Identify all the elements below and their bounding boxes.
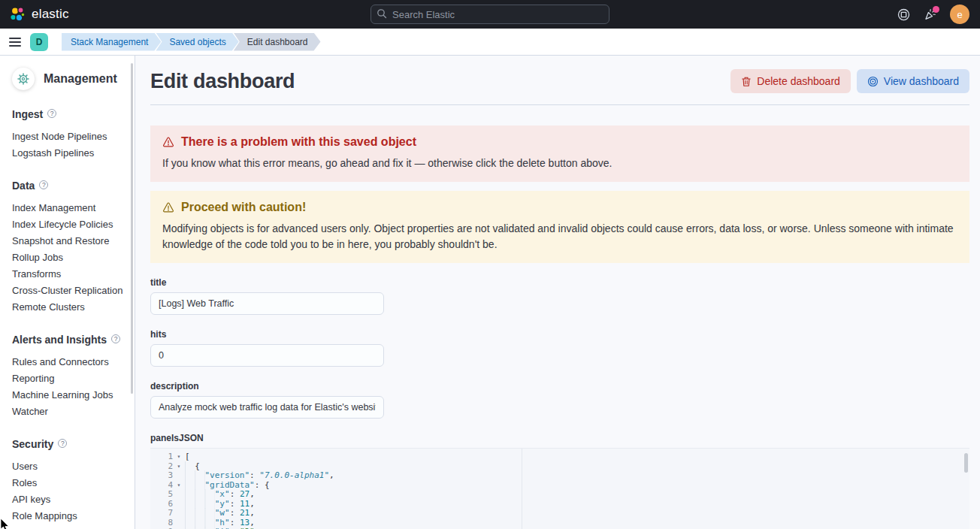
sidebar-section: Data ? Index ManagementIndex Lifecycle P… [12, 180, 129, 316]
form-field: description [150, 381, 969, 419]
error-callout-body: If you know what this error means, go ah… [162, 156, 957, 171]
editor-line: 3 "version": "7.0.0-alpha1", [150, 471, 969, 481]
fold-arrow-icon[interactable]: ▾ [173, 452, 185, 462]
warning-icon [162, 136, 174, 148]
notification-dot [933, 6, 939, 13]
breadcrumb-item[interactable]: Stack Management [62, 33, 161, 51]
fold-arrow-icon[interactable]: ▾ [173, 481, 185, 491]
sidebar-item[interactable]: Transforms [12, 266, 129, 283]
user-avatar[interactable]: e [950, 5, 969, 24]
page-title: Edit dashboard [150, 70, 295, 93]
sidebar-item[interactable]: Users [12, 458, 129, 475]
search-input[interactable] [371, 5, 609, 24]
sidebar-section: Ingest ? Ingest Node PipelinesLogstash P… [12, 108, 129, 162]
sidebar-section-heading: Security ? [12, 438, 129, 450]
sidebar-item[interactable]: Ingest Node Pipelines [12, 128, 129, 145]
sidebar-section-heading: Ingest ? [12, 108, 129, 120]
field-input[interactable] [150, 344, 384, 367]
fold-arrow-icon[interactable] [173, 471, 185, 481]
sidebar-scrollbar[interactable] [131, 63, 133, 394]
management-app-icon [12, 68, 35, 90]
newsfeed-icon[interactable] [924, 8, 936, 21]
global-search [371, 5, 609, 24]
brand-name: elastic [32, 7, 69, 22]
field-label: hits [150, 329, 969, 340]
sidebar-item[interactable]: Snapshot and Restore [12, 233, 129, 249]
editor-line: 1 ▾ [ [150, 452, 969, 462]
editor-line: 5 "x": 27, [150, 490, 969, 500]
delete-dashboard-button[interactable]: Delete dashboard [730, 69, 851, 93]
sidebar-item[interactable]: Remote Clusters [12, 299, 129, 316]
fold-arrow-icon[interactable] [173, 500, 185, 509]
sidebar-item[interactable]: Index Lifecycle Policies [12, 216, 129, 233]
panels-json-label: panelsJSON [150, 433, 969, 443]
sidebar-item[interactable]: Rollup Jobs [12, 249, 129, 266]
help-icon[interactable]: ? [47, 109, 56, 118]
search-icon [377, 8, 387, 19]
sidebar-item[interactable]: Cross-Cluster Replication [12, 283, 129, 299]
inspect-icon [867, 76, 879, 87]
breadcrumb-bar: D Stack ManagementSaved objectsEdit dash… [0, 29, 980, 56]
caution-callout-body: Modifying objects is for advanced users … [162, 221, 957, 252]
fold-arrow-icon[interactable] [173, 509, 185, 518]
divider [150, 104, 969, 105]
sidebar-item[interactable]: API keys [12, 491, 129, 508]
editor-line: 7 "w": 21, [150, 509, 969, 518]
warning-icon [162, 201, 174, 213]
guided-setup-icon[interactable] [897, 8, 910, 21]
error-callout: There is a problem with this saved objec… [150, 125, 969, 182]
caution-callout: Proceed with caution! Modifying objects … [150, 191, 969, 263]
form-field: title [150, 277, 969, 315]
sidebar-title: Management [44, 72, 117, 86]
sidebar-item[interactable]: Rules and Connectors [12, 354, 129, 370]
field-input[interactable] [150, 292, 384, 315]
panels-json-editor[interactable]: 1 ▾ [ 2 ▾ { 3 "version": "7.0.0-alpha1",… [150, 448, 969, 529]
sidebar-section: Alerts and Insights ? Rules and Connecto… [12, 334, 129, 420]
gear-icon [17, 73, 29, 85]
sidebar-item[interactable]: Watcher [12, 404, 129, 420]
sidebar-item[interactable]: Role Mappings [12, 508, 129, 524]
help-icon[interactable]: ? [111, 334, 120, 343]
main-content: Edit dashboard Delete dashboard [135, 56, 980, 529]
space-avatar[interactable]: D [30, 33, 48, 51]
fold-arrow-icon[interactable] [173, 490, 185, 500]
editor-scrollbar[interactable] [964, 453, 968, 473]
field-label: title [150, 277, 969, 288]
code-text: [ [185, 452, 190, 462]
sidebar-section-heading: Alerts and Insights ? [12, 334, 129, 346]
fold-arrow-icon[interactable] [173, 518, 185, 528]
sidebar-section-heading: Data ? [12, 180, 129, 192]
breadcrumb-item: Edit dashboard [234, 33, 321, 51]
form-field: hits [150, 329, 969, 367]
error-callout-title: There is a problem with this saved objec… [181, 135, 416, 149]
caution-callout-title: Proceed with caution! [181, 201, 306, 214]
breadcrumb: Stack ManagementSaved objectsEdit dashbo… [62, 33, 321, 51]
help-icon[interactable]: ? [39, 180, 48, 189]
sidebar-item[interactable]: Roles [12, 475, 129, 491]
sidebar-item[interactable]: Logstash Pipelines [12, 145, 129, 162]
editor-line: 6 "y": 11, [150, 500, 969, 509]
line-number: 1 [150, 452, 173, 462]
editor-line: 8 "h": 13, [150, 518, 969, 528]
line-number: 7 [150, 509, 173, 518]
top-header: elastic e [0, 0, 980, 29]
elastic-logo[interactable]: elastic [0, 6, 69, 23]
view-dashboard-button[interactable]: View dashboard [857, 69, 969, 93]
editor-line: 4 ▾ "gridData": { [150, 481, 969, 491]
trash-icon [741, 76, 752, 87]
sidebar-section: Security ? UsersRolesAPI keysRole Mappin… [12, 438, 129, 524]
sidebar: Management Ingest ? Ingest Node Pipeline… [0, 56, 135, 529]
field-label: description [150, 381, 969, 391]
fold-arrow-icon[interactable]: ▾ [173, 462, 185, 472]
menu-icon[interactable] [0, 29, 30, 56]
help-icon[interactable]: ? [58, 439, 67, 448]
cursor-pointer [0, 518, 11, 529]
breadcrumb-item[interactable]: Saved objects [156, 33, 238, 51]
field-input[interactable] [150, 396, 384, 419]
line-number: 5 [150, 490, 173, 500]
sidebar-item[interactable]: Machine Learning Jobs [12, 387, 129, 404]
line-number: 3 [150, 471, 173, 481]
sidebar-item[interactable]: Index Management [12, 200, 129, 216]
sidebar-item[interactable]: Reporting [12, 370, 129, 387]
elastic-logo-icon [9, 6, 26, 23]
